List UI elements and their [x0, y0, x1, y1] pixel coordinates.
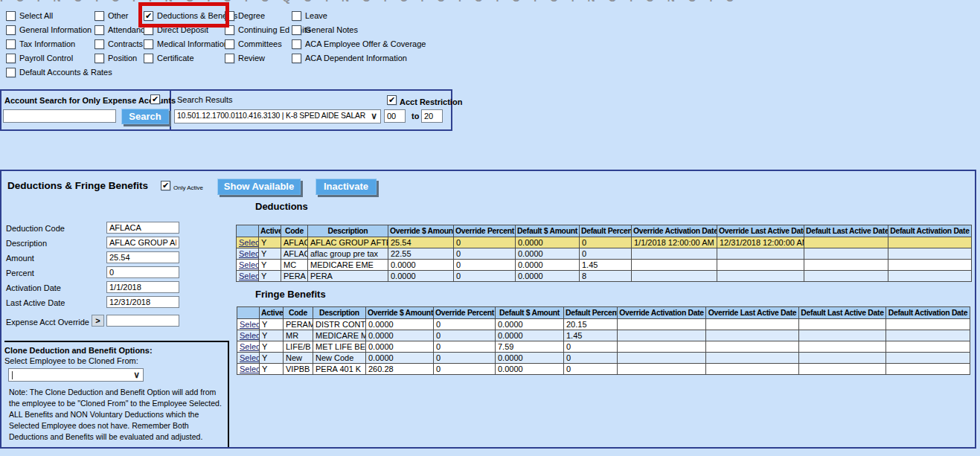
section-checkbox-select-all[interactable]: Select All — [6, 10, 53, 21]
checkbox-icon[interactable]: ✔ — [144, 11, 153, 21]
select-link[interactable]: Select — [239, 272, 259, 280]
table-cell — [799, 319, 886, 330]
table-cell: Y — [260, 353, 284, 364]
checkbox-icon[interactable] — [6, 68, 16, 77]
table-cell — [706, 353, 799, 364]
range-from-input[interactable] — [384, 109, 406, 123]
table-cell — [888, 271, 972, 282]
table-cell: DISTR CONTR — [313, 319, 366, 330]
table-cell: 0.0000 — [496, 353, 564, 364]
table-cell: 0 — [454, 237, 516, 248]
select-link[interactable]: Select — [240, 320, 260, 329]
column-header: Code — [284, 307, 313, 319]
select-link[interactable]: Select — [240, 353, 260, 362]
table-cell: 0 — [434, 330, 496, 341]
checkbox-icon[interactable] — [225, 39, 234, 49]
checkbox-icon[interactable] — [292, 54, 301, 63]
acct-restriction-checkbox[interactable]: ✔ — [387, 95, 397, 105]
select-link[interactable]: Select — [240, 331, 260, 340]
search-button[interactable]: Search — [121, 109, 169, 124]
table-cell — [886, 330, 970, 341]
section-checkbox-position[interactable]: Position — [95, 53, 137, 63]
checkbox-icon[interactable] — [144, 54, 153, 63]
section-checkbox-default-accounts-rates[interactable]: Default Accounts & Rates — [6, 67, 112, 77]
checkbox-icon[interactable] — [292, 39, 301, 49]
checkbox-icon[interactable] — [292, 25, 301, 35]
select-link[interactable]: Select — [240, 342, 260, 351]
deduction-code-field[interactable] — [106, 222, 179, 234]
expense-accounts-checkbox[interactable]: ✔ — [150, 94, 160, 104]
section-checkbox-direct-deposit[interactable]: Direct Deposit — [144, 25, 208, 35]
range-to-input[interactable] — [421, 109, 443, 123]
checkbox-icon[interactable] — [6, 54, 16, 63]
table-cell — [632, 248, 717, 260]
select-cell: Select — [237, 330, 260, 341]
expense-acct-override-input[interactable] — [106, 315, 179, 327]
checkbox-icon[interactable] — [95, 25, 104, 35]
section-checkbox-committees[interactable]: Committees — [225, 39, 282, 49]
account-select[interactable]: 10.501.12.1700.0110.416.3130 | K-8 SPED … — [174, 109, 381, 123]
amount-field[interactable] — [106, 251, 179, 263]
last-active-date-field[interactable] — [106, 296, 179, 308]
section-checkbox-degree[interactable]: Degree — [225, 10, 265, 21]
section-checkbox-medical-information[interactable]: Medical Information — [144, 39, 228, 49]
section-checkbox-deductions-benefits[interactable]: ✔Deductions & Benefits — [144, 10, 237, 21]
select-link[interactable]: Select — [239, 260, 259, 269]
checkbox-icon[interactable] — [225, 25, 234, 35]
section-checkbox-tax-information[interactable]: Tax Information — [6, 39, 75, 49]
clone-note-line: Deductions and Benefits will be evaluate… — [9, 432, 202, 441]
checkbox-icon[interactable] — [225, 11, 234, 21]
checkbox-icon[interactable] — [95, 54, 104, 63]
expense-acct-lookup-button[interactable]: > — [92, 315, 104, 327]
section-checkbox-review[interactable]: Review — [225, 53, 265, 63]
section-checkbox-payroll-control[interactable]: Payroll Control — [6, 53, 73, 63]
table-cell — [886, 353, 970, 364]
table-cell: 1/1/2018 12:00:00 AM — [632, 237, 717, 248]
table-cell: MC — [281, 260, 308, 271]
percent-field[interactable] — [106, 266, 179, 278]
checkbox-icon[interactable] — [6, 11, 16, 21]
section-checkbox-general-information[interactable]: General Information — [6, 25, 92, 35]
select-link[interactable]: Select — [239, 238, 259, 247]
inactivate-button[interactable]: Inactivate — [316, 179, 377, 195]
checkbox-label: Review — [238, 54, 265, 62]
checkbox-icon[interactable] — [6, 25, 16, 35]
table-cell — [706, 364, 799, 375]
table-row: SelectYAFLACPaflac group pre tax22.5500.… — [237, 248, 972, 260]
select-cell: Select — [237, 353, 260, 364]
account-search-input[interactable] — [3, 109, 116, 123]
section-checkbox-certificate[interactable]: Certificate — [144, 53, 194, 63]
table-row: SelectYPERAMADISTR CONTR0.000000.000020.… — [237, 319, 970, 330]
description-field[interactable] — [106, 237, 179, 248]
section-checkbox-contracts[interactable]: Contracts — [95, 39, 143, 49]
checkbox-icon[interactable] — [95, 39, 104, 49]
table-cell: LIFE/B — [284, 341, 313, 353]
checkbox-icon[interactable] — [144, 39, 153, 49]
clone-employee-select[interactable]: ∨ — [8, 368, 144, 382]
table-cell: MET LIFE BEN — [313, 341, 366, 353]
section-checkbox-attendance[interactable]: Attendance — [95, 25, 150, 35]
checkbox-icon[interactable] — [95, 11, 104, 21]
section-checkbox-aca-employee-offer-coverage[interactable]: ACA Employee Offer & Coverage — [292, 39, 426, 49]
acct-restriction-label: Acct Restriction — [400, 97, 462, 106]
table-row: SelectYMRMEDICARE MAT0.000000.00001.45 — [237, 330, 970, 341]
column-header: Override Percent — [454, 225, 516, 237]
section-checkbox-aca-dependent-information[interactable]: ACA Dependent Information — [292, 53, 407, 63]
table-cell — [618, 330, 706, 341]
checkbox-icon[interactable] — [144, 25, 153, 35]
table-cell: 20.15 — [564, 319, 618, 330]
select-link[interactable]: Select — [239, 249, 259, 258]
select-link[interactable]: Select — [240, 365, 260, 373]
table-cell: 25.54 — [388, 237, 454, 248]
checkbox-icon[interactable] — [292, 11, 301, 21]
activation-date-field[interactable] — [106, 281, 179, 293]
section-checkbox-leave[interactable]: Leave — [292, 10, 327, 21]
section-checkbox-general-notes[interactable]: General Notes — [292, 25, 358, 35]
checkbox-icon[interactable] — [6, 39, 16, 49]
column-header: Override Activation Date — [618, 307, 706, 319]
show-available-button[interactable]: Show Available — [217, 179, 301, 195]
section-checkbox-other[interactable]: Other — [95, 10, 129, 21]
column-header: Override Last Active Date — [717, 225, 804, 237]
checkbox-icon[interactable] — [225, 54, 234, 63]
only-active-checkbox[interactable]: ✔ — [161, 181, 170, 190]
